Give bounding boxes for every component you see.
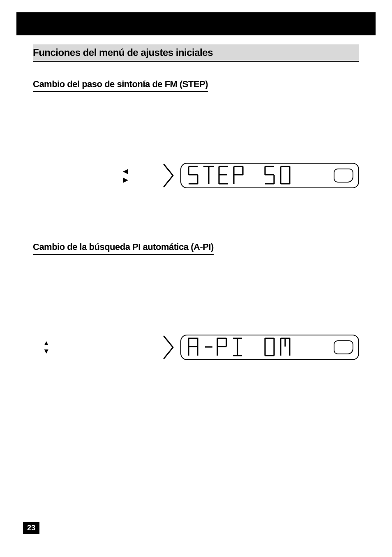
pointer-icon	[161, 163, 175, 188]
page-title: Funciones del menú de ajustes iniciales	[33, 44, 359, 62]
lcd-text-svg	[187, 336, 323, 359]
lcd-display-step	[161, 163, 359, 188]
lcd-panel-icon	[334, 340, 353, 354]
lcd-display-api	[161, 335, 359, 360]
page-number: 23	[23, 522, 39, 534]
section-step-title: Cambio del paso de sintonía de FM (STEP)	[33, 79, 208, 92]
lcd-text-svg	[187, 164, 323, 187]
section-step-figure: ◀ ▶	[37, 163, 359, 188]
section-api-figure: ▲ ▼	[37, 335, 359, 360]
lcd-screen	[180, 335, 359, 360]
main-title-wrap: Funciones del menú de ajustes iniciales	[33, 44, 359, 62]
section-api-title: Cambio de la búsqueda PI automática (A-P…	[33, 242, 214, 255]
page-content: Funciones del menú de ajustes iniciales …	[0, 44, 392, 360]
pointer-icon	[161, 335, 175, 360]
section-api: Cambio de la búsqueda PI automática (A-P…	[33, 224, 359, 360]
lcd-panel-icon	[334, 169, 353, 183]
lcd-screen	[180, 163, 359, 188]
section-step: Cambio del paso de sintonía de FM (STEP)…	[33, 62, 359, 188]
header-black-bar	[16, 12, 376, 35]
left-right-arrow-icon: ◀ ▶	[123, 167, 137, 184]
up-down-arrow-icon: ▲ ▼	[43, 339, 59, 356]
page: Funciones del menú de ajustes iniciales …	[0, 12, 392, 360]
